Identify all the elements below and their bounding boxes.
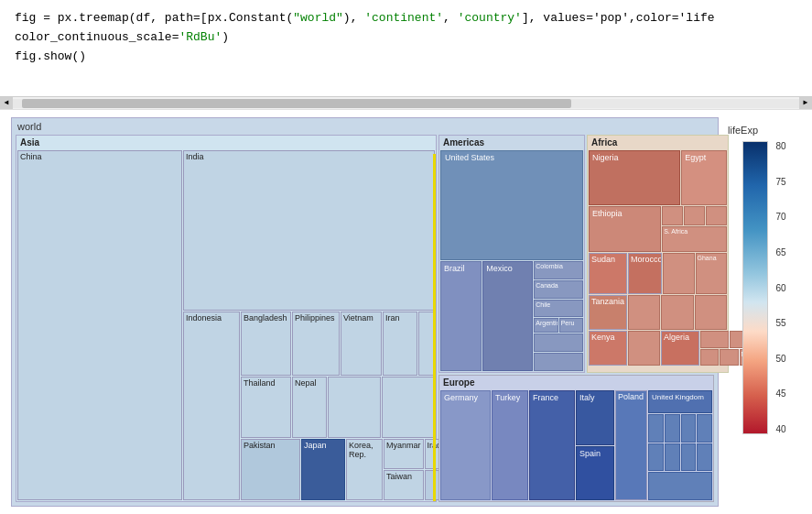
japan-label: Japan [304,441,327,450]
eu-sm-7 [681,443,697,472]
morocco-box: Morocco [628,253,662,294]
mexico-label: Mexico [486,264,513,273]
tanzania-label: Tanzania [591,297,624,306]
argentina-label: Argentina [536,320,558,326]
asia-small-3 [382,377,435,438]
us-box: United States [440,150,583,260]
americas-row: Brazil Mexico Colombia Canada Chile [440,261,583,371]
code-text3: , [443,11,458,25]
uk-label: United Kingdom [652,393,704,401]
germany-box: Germany [440,390,491,500]
turkey-label: Turkey [495,393,520,402]
algeria-box: Algeria [661,331,699,366]
code-line-3: fig.show() [15,48,797,67]
france-label: France [533,393,558,402]
asia-row1: Bangladesh Philippines Vietnam [241,312,435,376]
asia-label: Asia [16,136,436,149]
bangladesh-label: Bangladesh [244,313,287,323]
code-string-world: "world" [293,11,343,25]
eu-sm-1 [648,414,664,443]
tanzania-box: Tanzania [589,295,627,330]
americas-content: United States Brazil Mexico Col [439,149,584,372]
legend-section: lifeExp 80 75 70 65 60 55 50 45 40 [728,117,801,507]
asia-block: Asia China India [16,135,437,502]
spain-label: Spain [579,449,601,458]
chile-box: Chile [534,300,583,318]
peru-label: Peru [561,320,575,326]
code-text2: ), [343,11,364,25]
pakistan-label: Pakistan [244,441,276,450]
eu-sm-3 [681,414,697,443]
philippines-label: Philippines [295,313,335,323]
egypt-box: Egypt [681,150,727,205]
nigeria-label: Nigeria [592,153,619,162]
colombia-label: Colombia [536,263,563,269]
peru-box: Peru [559,318,583,333]
europe-content: Germany Turkey France Italy [439,389,713,501]
code-string-continent: 'continent' [364,11,443,25]
legend-labels: 80 75 70 65 60 55 50 45 40 [775,141,785,434]
code-text5: color_continuous_scale= [15,30,179,44]
asia-row3: Pakistan Japan Korea, Rep. [241,439,435,500]
taiwan-box: Taiwan [384,470,424,500]
code-line-2: color_continuous_scale='RdBu') [15,28,797,48]
legend-title: lifeExp [728,125,758,136]
eu-sm-5 [648,443,664,472]
uk-box: United Kingdom [648,390,712,413]
legend-val-70: 70 [775,212,785,222]
indonesia-box: Indonesia [183,312,240,500]
myanmar-box: Myanmar [384,439,424,469]
ethiopia-box: Ethiopia [589,206,661,252]
americas-block: Americas United States Brazil Mexico [438,135,585,373]
horizontal-scrollbar[interactable]: ◀ ▶ [0,96,812,109]
bangladesh-box: Bangladesh [241,312,291,376]
thailand-box: Thailand [241,377,291,438]
europe-block: Europe Germany Turkey France [438,375,714,502]
legend-val-65: 65 [775,247,785,257]
sudan-label: Sudan [591,255,615,264]
chart-section: world Asia China India [0,110,812,514]
af-small-2 [684,206,705,225]
ethiopia-label: Ethiopia [592,209,623,218]
scroll-left-arrow[interactable]: ◀ [0,97,13,110]
scroll-right-arrow[interactable]: ▶ [799,97,812,110]
china-label: China [20,152,42,161]
morocco-label: Morocco [631,255,662,264]
italy-label: Italy [579,393,595,402]
south-africa-box: S. Africa [662,226,727,252]
af-sm-nig [663,253,695,294]
legend-row: 80 75 70 65 60 55 50 45 40 [742,141,785,434]
am-small-extra2 [534,353,583,371]
legend-val-55: 55 [775,318,785,328]
taiwan-label: Taiwan [386,472,412,481]
kenya-label: Kenya [591,333,615,342]
scroll-track[interactable] [13,99,799,108]
world-label: world [17,121,41,132]
code-text7: fig.show() [15,49,86,63]
asia-small-grid: Bangladesh Philippines Vietnam [241,312,435,500]
treemap: world Asia China India [11,117,719,507]
sudan-box: Sudan [589,253,627,294]
nigeria-box: Nigeria [589,150,680,205]
code-section: fig = px.treemap(df, path=[px.Constant("… [0,0,812,110]
af-tiny-7 [720,349,738,366]
nepal-box: Nepal [292,377,327,438]
egypt-label: Egypt [685,153,706,162]
ethiopia-row: Ethiopia S. Africa [589,206,727,252]
af-tiny-3 [695,295,727,330]
eu-sm-4 [697,414,712,443]
nepal-label: Nepal [295,378,317,388]
af-tiny-6 [700,349,719,366]
poland-label: Poland [618,392,644,401]
france-box: France [529,390,575,500]
af-small-1 [662,206,683,225]
philippines-box: Philippines [292,312,340,376]
scroll-thumb[interactable] [22,99,571,108]
germany-label: Germany [444,393,478,402]
am-small-extra [534,334,583,352]
code-string-rdbu: 'RdBu' [179,30,222,44]
legend-val-80: 80 [775,141,785,151]
colombia-box: Colombia [534,261,583,279]
india-label: India [186,152,204,161]
eu-sm-6 [665,443,680,472]
